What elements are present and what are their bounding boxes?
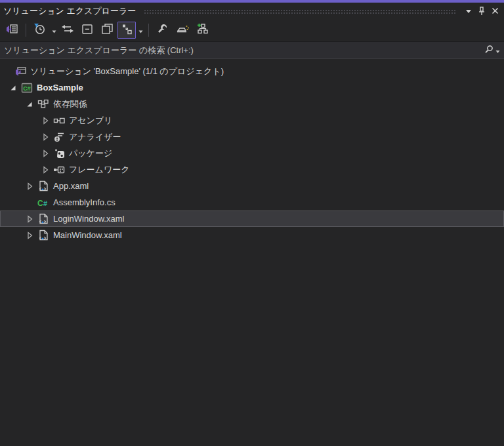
expand-arrow-icon[interactable] xyxy=(38,150,52,157)
switch-views-icon xyxy=(6,24,18,37)
expand-arrow-icon[interactable] xyxy=(38,166,52,174)
solution-explorer-panel: ソリューション エクスプローラー xyxy=(0,0,504,446)
solution-tree: ソリューション 'BoxSample' (1/1 のプロジェクト) C#BoxS… xyxy=(0,59,504,446)
expand-arrow-icon[interactable] xyxy=(22,182,37,190)
collapse-arrow-icon[interactable] xyxy=(6,84,20,92)
tree-item--[interactable]: パッケージ xyxy=(0,145,504,161)
filter-clock-icon xyxy=(33,23,47,38)
svg-text:C#: C# xyxy=(23,85,31,91)
panel-title: ソリューション エクスプローラー xyxy=(3,5,136,17)
assembly-icon xyxy=(52,117,66,125)
search-bar[interactable] xyxy=(0,41,504,59)
switch-views-button[interactable] xyxy=(3,22,21,39)
solution-icon xyxy=(14,66,27,77)
track-item-icon xyxy=(176,24,190,37)
tree-item--[interactable]: アナライザー xyxy=(0,129,504,145)
tree-item--[interactable]: アセンブリ xyxy=(0,112,504,129)
expand-arrow-icon[interactable] xyxy=(22,215,37,223)
xaml-file-icon xyxy=(37,213,50,224)
properties-button[interactable] xyxy=(154,22,172,39)
pending-changes-filter-button[interactable] xyxy=(31,22,49,39)
track-active-item-button[interactable] xyxy=(173,22,192,39)
close-window-button[interactable] xyxy=(488,5,501,17)
package-icon xyxy=(52,148,66,159)
toolbar-separator xyxy=(26,24,26,37)
show-all-files-button[interactable] xyxy=(98,22,116,39)
search-options-dropdown-icon[interactable] xyxy=(495,45,500,56)
expand-arrow-icon[interactable] xyxy=(38,133,52,141)
tree-item-label: アナライザー xyxy=(69,129,121,145)
csharp-project-icon: C# xyxy=(20,83,33,93)
sync-arrows-icon xyxy=(61,24,74,37)
analyzer-icon xyxy=(52,132,66,142)
tree-item-loginwindow-xaml[interactable]: LoginWindow.xaml xyxy=(0,211,504,227)
tree-item-label: BoxSample xyxy=(37,79,83,96)
xaml-file-icon xyxy=(37,230,50,241)
tree-item-label: App.xaml xyxy=(53,178,89,194)
sync-with-active-document-button[interactable] xyxy=(58,22,77,39)
tree-item-label: 依存関係 xyxy=(53,96,87,112)
tree-item-app-xaml[interactable]: App.xaml xyxy=(0,178,504,194)
tree-item-solution[interactable]: ソリューション 'BoxSample' (1/1 のプロジェクト) xyxy=(0,63,504,79)
search-input[interactable] xyxy=(4,45,484,55)
tool-window-title-bar[interactable]: ソリューション エクスプローラー xyxy=(0,3,504,19)
new-view-icon xyxy=(196,23,209,37)
svg-text:C: C xyxy=(37,198,43,207)
pin-window-button[interactable] xyxy=(475,5,488,17)
file-nesting-icon xyxy=(121,24,133,37)
search-icon[interactable] xyxy=(484,45,494,56)
csharp-file-icon: C # xyxy=(37,198,50,207)
dependencies-icon xyxy=(37,99,50,109)
collapse-arrow-icon[interactable] xyxy=(22,100,37,108)
xaml-file-icon xyxy=(37,180,50,192)
tree-item--[interactable]: フレームワーク xyxy=(0,161,504,178)
expand-arrow-icon[interactable] xyxy=(22,232,37,239)
close-icon xyxy=(492,7,499,14)
file-nesting-button-dropdown[interactable] xyxy=(137,22,144,39)
stacked-documents-icon xyxy=(101,23,114,37)
collapse-all-icon xyxy=(81,24,93,37)
window-position-menu-button[interactable] xyxy=(462,5,475,17)
solution-explorer-toolbar xyxy=(0,19,504,41)
tree-item-label: MainWindow.xaml xyxy=(53,227,122,243)
tree-item-mainwindow-xaml[interactable]: MainWindow.xaml xyxy=(0,227,504,243)
framework-icon xyxy=(52,165,66,174)
pin-icon xyxy=(478,7,486,16)
pending-changes-filter-button-dropdown[interactable] xyxy=(51,22,57,39)
expand-arrow-icon[interactable] xyxy=(38,117,52,125)
toolbar-separator xyxy=(148,24,149,37)
tree-item-assemblyinfo-cs[interactable]: C #AssemblyInfo.cs xyxy=(0,194,504,211)
tree-item-label: AssemblyInfo.cs xyxy=(53,194,116,211)
tree-item-label: アセンブリ xyxy=(69,112,113,129)
file-nesting-button[interactable] xyxy=(117,22,136,39)
tree-item-label: パッケージ xyxy=(69,145,112,161)
collapse-all-button[interactable] xyxy=(78,22,96,39)
tree-item--[interactable]: 依存関係 xyxy=(0,96,504,112)
tree-item-label: フレームワーク xyxy=(69,161,130,178)
new-solution-explorer-view-button[interactable] xyxy=(193,22,211,39)
chevron-down-icon xyxy=(465,9,472,14)
chevron-down-icon xyxy=(52,24,56,36)
chevron-down-icon xyxy=(138,24,143,36)
tree-item-boxsample[interactable]: C#BoxSample xyxy=(0,79,504,96)
wrench-icon xyxy=(157,23,169,37)
svg-text:#: # xyxy=(43,199,47,207)
tree-item-label: LoginWindow.xaml xyxy=(53,211,124,227)
tree-item-label: ソリューション 'BoxSample' (1/1 のプロジェクト) xyxy=(30,63,224,79)
drag-grip[interactable] xyxy=(144,9,455,14)
